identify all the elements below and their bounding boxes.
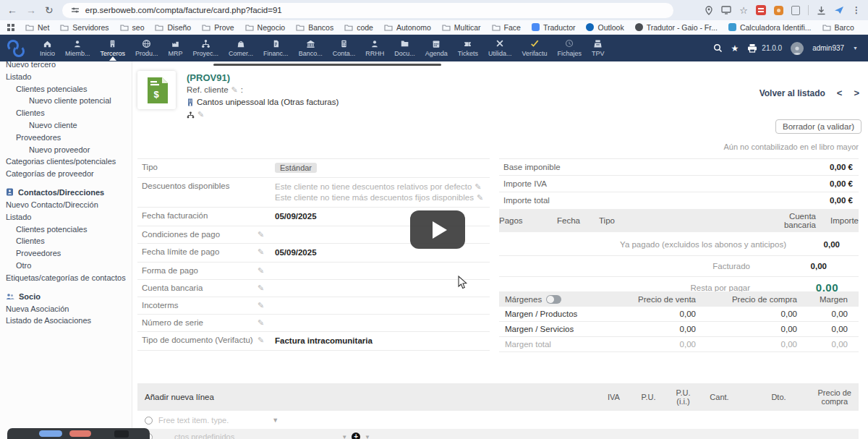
nav-menu-item[interactable]: Produ...	[130, 37, 163, 60]
bookmark-star-icon[interactable]: ☆	[739, 5, 748, 16]
chevron-down-icon[interactable]: ▼	[853, 46, 858, 51]
printer-icon[interactable]	[747, 43, 757, 53]
bookmark-item[interactable]: Net	[25, 23, 49, 32]
nav-menu-item[interactable]: Docu...	[389, 37, 420, 60]
video-bar-red-pill[interactable]	[69, 430, 91, 437]
bookmark-item[interactable]: seo	[120, 23, 145, 32]
edit-pencil-icon[interactable]: ✎	[197, 108, 204, 121]
sidebar-section-socio[interactable]: Socio	[0, 292, 132, 301]
avatar[interactable]	[791, 42, 804, 55]
bookmark-item[interactable]: Autonomo	[384, 23, 431, 32]
nav-menu-item[interactable]: TPV	[587, 37, 610, 60]
edit-pencil-icon[interactable]: ✎	[258, 266, 275, 276]
search-icon[interactable]	[713, 43, 723, 53]
nav-menu-item[interactable]: Terceros	[95, 37, 131, 60]
nav-menu-item[interactable]: Fichajes	[552, 37, 587, 60]
nav-menu-item[interactable]: Agenda	[420, 37, 453, 60]
chevron-down-icon[interactable]: ▼	[341, 434, 347, 439]
sidebar-item[interactable]: Proveedores	[0, 132, 132, 144]
video-bar-blue-pill[interactable]	[39, 430, 62, 437]
edit-pencil-icon[interactable]: ✎	[477, 193, 483, 202]
bookmark-item[interactable]: Traductor	[532, 23, 576, 32]
sidebar-item[interactable]: Categorías de proveedor	[0, 168, 132, 180]
margins-toggle[interactable]	[546, 295, 561, 304]
forward-icon[interactable]: →	[26, 5, 36, 15]
sidebar-item[interactable]: Nueva Asociación	[0, 303, 132, 315]
edit-pencil-icon[interactable]: ✎	[258, 247, 275, 257]
edit-pencil-icon[interactable]: ✎	[258, 336, 275, 345]
paper-plane-icon[interactable]	[834, 6, 844, 14]
edit-pencil-icon[interactable]: ✎	[258, 284, 275, 293]
bookmark-item[interactable]: Outlook	[586, 23, 624, 32]
prev-record-icon[interactable]: <	[837, 88, 843, 98]
bookmark-item[interactable]: Negocio	[245, 23, 286, 32]
add-circle-icon[interactable]: +	[352, 432, 360, 439]
bookmark-item[interactable]: code	[344, 23, 373, 32]
sidebar-item[interactable]: Proveedores	[0, 247, 132, 260]
sidebar-item[interactable]: Nuevo cliente	[0, 119, 132, 132]
next-record-icon[interactable]: >	[854, 88, 859, 98]
sidebar-item[interactable]: Nuevo cliente potencial	[0, 95, 132, 107]
video-play-button[interactable]	[410, 210, 465, 249]
bookmark-item[interactable]: Servidores	[60, 23, 109, 32]
sidebar-item[interactable]: Listado de Asociaciones	[0, 315, 132, 327]
extension-orange-icon[interactable]	[774, 6, 783, 15]
company-name-link[interactable]: Cantos unipessoal lda (Otras facturas)	[197, 96, 339, 108]
edit-pencil-icon[interactable]: ✎	[231, 84, 238, 96]
bookmark-item[interactable]: Bancos	[296, 23, 333, 32]
sidebar-item[interactable]: Nuevo Contacto/Dirección	[0, 199, 132, 211]
sidebar-item[interactable]: Nuevo tercero	[0, 61, 132, 71]
sidebar-item[interactable]: Otro	[0, 260, 132, 272]
edit-pencil-icon[interactable]: ✎	[258, 230, 275, 239]
sidebar-item[interactable]: Listado	[0, 211, 132, 223]
sidebar-item[interactable]: Clientes	[0, 235, 132, 247]
sidebar-item[interactable]: Clientes	[0, 107, 132, 119]
passwords-extension-icon[interactable]	[756, 5, 766, 15]
nav-menu-item[interactable]: Financ...	[258, 37, 294, 60]
nav-menu-item[interactable]: Conta...	[328, 37, 361, 60]
bookmark-item[interactable]: Diseño	[155, 23, 191, 32]
nav-menu-item[interactable]: Tickets	[453, 37, 483, 60]
nav-menu-item[interactable]: Comer...	[224, 37, 258, 60]
sidebar-item[interactable]: Clientes potenciales	[0, 83, 132, 95]
clipboard-extension-icon[interactable]	[791, 6, 800, 15]
sidebar-item[interactable]: Etiquetas/categorías de contactos	[0, 272, 132, 284]
sidebar-item[interactable]: Clientes potenciales	[0, 223, 132, 236]
favorites-star-icon[interactable]: ★	[731, 43, 739, 54]
nav-menu-item[interactable]: Proyec...	[188, 37, 224, 60]
nav-menu-item[interactable]: MRP	[163, 37, 188, 60]
chevron-down-icon[interactable]: ▼	[272, 417, 278, 424]
edit-pencil-icon[interactable]: ✎	[258, 318, 275, 328]
back-icon[interactable]: ←	[7, 5, 17, 15]
chevron-down-icon[interactable]: ▼	[365, 434, 370, 439]
back-to-list-link[interactable]: Volver al listado	[760, 88, 825, 98]
sidebar-item[interactable]: Listado	[0, 71, 132, 83]
edit-pencil-icon[interactable]: ✎	[475, 182, 481, 191]
apps-grid-icon[interactable]	[7, 24, 14, 31]
send-to-device-icon[interactable]	[721, 6, 731, 14]
nav-menu-item[interactable]: RRHH	[360, 37, 389, 60]
bookmark-item[interactable]: Face	[492, 23, 521, 32]
sidebar-item[interactable]: Categorias clientes/potenciales	[0, 155, 132, 168]
nav-menu-item[interactable]: Verifactu	[516, 37, 552, 60]
nav-menu-item[interactable]: Miemb...	[60, 37, 95, 60]
video-control-bar[interactable]	[7, 428, 150, 439]
bookmark-item[interactable]: Barco	[822, 23, 854, 32]
bookmark-item[interactable]: Calculadora Identifi...	[728, 23, 812, 32]
nav-menu-item[interactable]: Utilida...	[483, 37, 517, 60]
address-bar[interactable]: erp.serboweb.com/compta/facture/card.php…	[62, 3, 673, 18]
sidebar-item[interactable]: Nuevo proveedor	[0, 144, 132, 156]
horizontal-scrollbar[interactable]	[213, 64, 441, 66]
sidebar-section-contacts[interactable]: Contactos/Direcciones	[0, 188, 132, 197]
download-icon[interactable]	[817, 6, 826, 15]
bookmark-item[interactable]: Prove	[202, 23, 234, 32]
edit-pencil-icon[interactable]: ✎	[258, 301, 275, 310]
menu-dots-icon[interactable]: ⋮	[852, 5, 861, 15]
nav-menu-item[interactable]: Inicio	[35, 37, 60, 60]
free-text-radio[interactable]	[145, 417, 153, 425]
username-label[interactable]: admin937	[812, 44, 844, 52]
location-icon[interactable]	[705, 6, 713, 15]
bookmark-item[interactable]: Multicar	[442, 23, 481, 32]
bookmark-item[interactable]: Tradutor - Gaio - Fr...	[635, 23, 718, 32]
reload-icon[interactable]: ↻	[45, 5, 54, 15]
